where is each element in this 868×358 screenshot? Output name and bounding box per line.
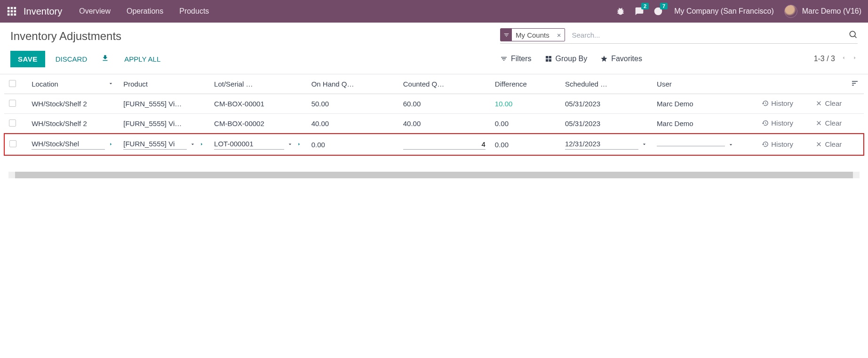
search-facet-remove[interactable]: ×: [553, 31, 565, 39]
cell-location[interactable]: WH/Stock/Shel: [27, 134, 119, 155]
table-container: Location Product Lot/Serial … On Hand Q……: [0, 74, 868, 156]
header-difference[interactable]: Difference: [490, 74, 560, 94]
horizontal-scrollbar[interactable]: [8, 172, 860, 178]
save-button[interactable]: SAVE: [10, 51, 45, 67]
cell-onhand: 40.00: [307, 114, 398, 134]
cell-location[interactable]: WH/Stock/Shelf 2: [27, 94, 119, 114]
control-panel: Inventory Adjustments My Counts × SAVE D…: [0, 23, 868, 74]
table-row[interactable]: WH/Stock/Shelf 2[FURN_5555] Vi…CM-BOX-00…: [4, 94, 864, 114]
nav-operations[interactable]: Operations: [127, 7, 163, 16]
header-blank-1: [739, 74, 798, 94]
external-link-icon[interactable]: [199, 141, 205, 149]
pager-prev[interactable]: [841, 55, 846, 63]
activity-icon[interactable]: 7: [653, 7, 663, 16]
user-input[interactable]: [657, 144, 725, 146]
discard-button[interactable]: DISCARD: [50, 51, 93, 67]
svg-rect-3: [8, 10, 10, 13]
lot-input[interactable]: LOT-000001: [214, 140, 284, 150]
cell-user[interactable]: Marc Demo: [652, 114, 739, 134]
cell-lot[interactable]: CM-BOX-00002: [209, 114, 307, 134]
cell-scheduled[interactable]: 05/31/2023: [560, 94, 652, 114]
header-scheduled[interactable]: Scheduled …: [560, 74, 652, 94]
table-row[interactable]: WH/Stock/Shel[FURN_5555] ViLOT-0000010.0…: [4, 134, 864, 155]
product-input[interactable]: [FURN_5555] Vi: [123, 140, 187, 150]
app-name[interactable]: Inventory: [24, 6, 62, 17]
pager: 1-3 / 3: [814, 55, 858, 63]
messages-icon[interactable]: 2: [635, 7, 644, 16]
cell-user[interactable]: [652, 134, 739, 155]
cell-difference: 0.00: [490, 114, 560, 134]
location-input[interactable]: WH/Stock/Shel: [32, 140, 105, 150]
cell-product[interactable]: [FURN_5555] Vi: [119, 134, 209, 155]
svg-rect-1: [11, 7, 13, 9]
history-button[interactable]: History: [762, 119, 793, 127]
clear-button[interactable]: Clear: [815, 99, 842, 107]
row-checkbox[interactable]: [4, 134, 27, 155]
cell-counted[interactable]: [398, 134, 490, 155]
avatar[interactable]: [784, 5, 797, 18]
chevron-down-icon[interactable]: [190, 141, 196, 149]
counted-input[interactable]: [403, 139, 486, 150]
search-bar[interactable]: My Counts ×: [500, 28, 858, 44]
header-options[interactable]: [846, 74, 864, 94]
nav-products[interactable]: Products: [179, 7, 209, 16]
apply-all-button[interactable]: APPLY ALL: [119, 51, 166, 67]
cell-difference: 0.00: [490, 134, 560, 155]
groupby-dropdown[interactable]: Group By: [545, 55, 588, 63]
svg-rect-2: [14, 7, 16, 9]
favorites-label: Favorites: [611, 55, 642, 63]
header-user[interactable]: User: [652, 74, 739, 94]
cell-product[interactable]: [FURN_5555] Vi…: [119, 94, 209, 114]
activity-badge: 7: [660, 3, 668, 9]
cell-lot[interactable]: LOT-000001: [209, 134, 307, 155]
cell-scheduled[interactable]: 05/31/2023: [560, 114, 652, 134]
nav-overview[interactable]: Overview: [79, 7, 111, 16]
search-facet-label: My Counts: [512, 30, 553, 40]
cell-difference: 10.00: [490, 94, 560, 114]
date-input[interactable]: 12/31/2023: [565, 140, 638, 150]
filters-dropdown[interactable]: Filters: [500, 55, 532, 63]
external-link-icon[interactable]: [108, 141, 114, 149]
chevron-down-icon: [108, 80, 114, 88]
external-link-icon[interactable]: [296, 141, 302, 149]
company-selector[interactable]: My Company (San Francisco): [674, 7, 774, 16]
history-button[interactable]: History: [762, 140, 793, 148]
apps-icon[interactable]: [7, 6, 17, 16]
export-button[interactable]: [96, 50, 114, 67]
chevron-down-icon[interactable]: [641, 141, 647, 149]
cell-lot[interactable]: CM-BOX-00001: [209, 94, 307, 114]
row-checkbox[interactable]: [4, 94, 27, 114]
cell-trailing: [846, 114, 864, 134]
cell-counted[interactable]: 60.00: [398, 94, 490, 114]
cell-user[interactable]: Marc Demo: [652, 94, 739, 114]
search-icon[interactable]: [848, 30, 858, 40]
header-counted[interactable]: Counted Q…: [398, 74, 490, 94]
cell-product[interactable]: [FURN_5555] Vi…: [119, 114, 209, 134]
cell-location[interactable]: WH/Stock/Shelf 2: [27, 114, 119, 134]
svg-rect-5: [14, 10, 16, 13]
pager-next[interactable]: [852, 55, 858, 63]
row-checkbox[interactable]: [4, 114, 27, 134]
user-menu[interactable]: Marc Demo (V16): [802, 7, 861, 16]
svg-point-9: [850, 31, 855, 37]
history-button[interactable]: History: [762, 99, 793, 107]
favorites-dropdown[interactable]: Favorites: [600, 55, 642, 63]
header-product[interactable]: Product: [119, 74, 209, 94]
header-lot[interactable]: Lot/Serial …: [209, 74, 307, 94]
clear-button[interactable]: Clear: [815, 119, 842, 127]
clear-button[interactable]: Clear: [815, 140, 842, 148]
table-row[interactable]: WH/Stock/Shelf 2[FURN_5555] Vi…CM-BOX-00…: [4, 114, 864, 134]
chevron-down-icon[interactable]: [728, 141, 734, 149]
svg-rect-7: [11, 14, 13, 16]
inventory-table: Location Product Lot/Serial … On Hand Q……: [4, 74, 864, 156]
header-checkbox[interactable]: [4, 74, 27, 94]
chevron-down-icon[interactable]: [287, 141, 293, 149]
pager-text[interactable]: 1-3 / 3: [814, 55, 835, 63]
cell-scheduled[interactable]: 12/31/2023: [560, 134, 652, 155]
debug-icon[interactable]: [616, 7, 625, 16]
svg-rect-6: [8, 14, 10, 16]
header-location[interactable]: Location: [27, 74, 119, 94]
search-input[interactable]: [569, 29, 848, 41]
cell-counted[interactable]: 40.00: [398, 114, 490, 134]
header-onhand[interactable]: On Hand Q…: [307, 74, 398, 94]
